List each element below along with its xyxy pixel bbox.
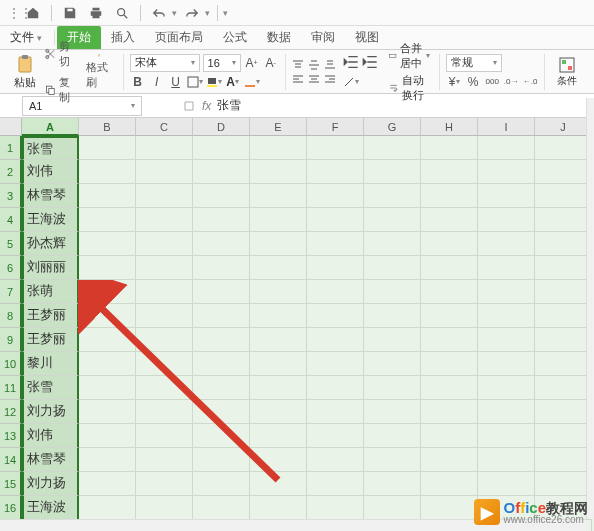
cell[interactable] (193, 424, 250, 448)
cell[interactable] (535, 136, 592, 160)
cell[interactable] (535, 376, 592, 400)
cell[interactable] (136, 376, 193, 400)
cell[interactable] (79, 352, 136, 376)
cell[interactable] (307, 424, 364, 448)
cell[interactable] (136, 208, 193, 232)
cell[interactable] (478, 184, 535, 208)
conditional-format-button[interactable]: 条件 (551, 56, 583, 88)
cell[interactable] (79, 280, 136, 304)
merge-center-button[interactable]: 合并居中▾ (386, 40, 433, 72)
cell[interactable] (478, 376, 535, 400)
print-icon[interactable] (85, 2, 107, 24)
cell[interactable] (193, 328, 250, 352)
cell[interactable] (478, 256, 535, 280)
wrap-text-button[interactable]: 自动换行 (386, 72, 433, 104)
increase-indent[interactable] (362, 54, 378, 70)
border-button[interactable]: ▾ (187, 74, 203, 90)
select-all-corner[interactable] (0, 118, 22, 136)
cell[interactable] (193, 496, 250, 520)
cell[interactable] (250, 352, 307, 376)
cell[interactable]: 刘丽丽 (22, 256, 79, 280)
cell[interactable] (478, 136, 535, 160)
save-icon[interactable] (59, 2, 81, 24)
cell[interactable] (79, 136, 136, 160)
cell[interactable] (193, 472, 250, 496)
cell[interactable] (307, 280, 364, 304)
cell[interactable] (79, 400, 136, 424)
cell[interactable] (79, 472, 136, 496)
cell[interactable]: 孙杰辉 (22, 232, 79, 256)
tab-insert[interactable]: 插入 (101, 26, 145, 49)
percent-button[interactable]: % (465, 74, 481, 90)
row-header[interactable]: 16 (0, 496, 22, 520)
cell[interactable] (364, 232, 421, 256)
cell[interactable] (535, 304, 592, 328)
cell[interactable] (136, 136, 193, 160)
cell[interactable] (364, 136, 421, 160)
cell[interactable]: 刘伟 (22, 160, 79, 184)
cell[interactable] (421, 232, 478, 256)
cell[interactable]: 王梦丽 (22, 304, 79, 328)
column-header-J[interactable]: J (535, 118, 592, 136)
cell[interactable] (421, 496, 478, 520)
cell[interactable] (250, 304, 307, 328)
copy-button[interactable]: 复制 (41, 73, 80, 107)
cell[interactable] (535, 184, 592, 208)
cell[interactable] (421, 136, 478, 160)
cell[interactable] (421, 328, 478, 352)
cut-button[interactable]: 剪切 (41, 37, 80, 71)
qat-more-dropdown[interactable]: ▾ (223, 8, 228, 18)
align-top[interactable] (291, 59, 305, 71)
cell[interactable] (478, 472, 535, 496)
row-header[interactable]: 9 (0, 328, 22, 352)
cell[interactable] (364, 400, 421, 424)
cell[interactable] (535, 448, 592, 472)
cell[interactable] (478, 448, 535, 472)
cell[interactable] (193, 184, 250, 208)
cell[interactable]: 刘力扬 (22, 472, 79, 496)
number-format-select[interactable]: 常规▾ (446, 54, 502, 72)
cell[interactable] (250, 400, 307, 424)
underline-button[interactable]: U (168, 74, 184, 90)
bold-button[interactable]: B (130, 74, 146, 90)
cell[interactable] (136, 232, 193, 256)
undo-icon[interactable] (148, 2, 170, 24)
cell[interactable] (307, 160, 364, 184)
cell[interactable] (535, 352, 592, 376)
cell[interactable]: 王梦丽 (22, 328, 79, 352)
cell[interactable] (250, 136, 307, 160)
cell[interactable] (307, 184, 364, 208)
redo-icon[interactable] (181, 2, 203, 24)
column-header-A[interactable]: A (22, 118, 79, 136)
cell[interactable]: 张雪 (22, 136, 79, 160)
row-header[interactable]: 3 (0, 184, 22, 208)
cell[interactable] (478, 208, 535, 232)
cell[interactable]: 林雪琴 (22, 448, 79, 472)
cell[interactable] (250, 160, 307, 184)
decrease-font-icon[interactable]: A- (263, 55, 279, 71)
font-color-button[interactable]: A▾ (225, 74, 241, 90)
cell[interactable] (535, 400, 592, 424)
cell[interactable]: 黎川 (22, 352, 79, 376)
row-header[interactable]: 5 (0, 232, 22, 256)
cell[interactable] (535, 280, 592, 304)
cell[interactable] (136, 184, 193, 208)
cell[interactable] (364, 352, 421, 376)
row-header[interactable]: 12 (0, 400, 22, 424)
cell[interactable] (79, 496, 136, 520)
cell[interactable] (250, 424, 307, 448)
row-header[interactable]: 8 (0, 304, 22, 328)
column-header-F[interactable]: F (307, 118, 364, 136)
cell[interactable] (364, 208, 421, 232)
cell[interactable] (193, 400, 250, 424)
cell[interactable] (535, 472, 592, 496)
row-header[interactable]: 13 (0, 424, 22, 448)
cell[interactable] (364, 160, 421, 184)
align-left[interactable] (291, 73, 305, 85)
row-header[interactable]: 1 (0, 136, 22, 160)
cell[interactable] (250, 472, 307, 496)
cell[interactable] (478, 160, 535, 184)
cell[interactable]: 刘伟 (22, 424, 79, 448)
cell[interactable] (193, 376, 250, 400)
fill-color-button[interactable]: ▾ (206, 74, 222, 90)
